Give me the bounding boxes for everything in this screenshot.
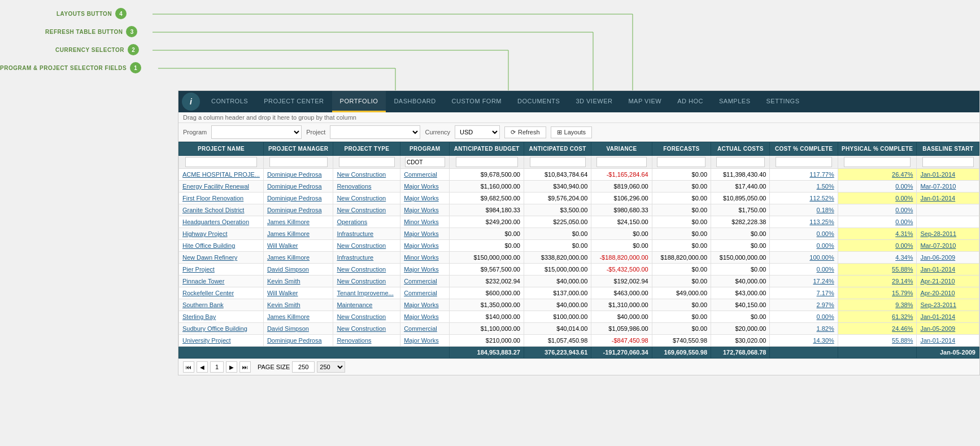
cell-cost-pct[interactable]: 112.52%	[770, 193, 838, 204]
cell-project-name[interactable]: First Floor Renovation	[179, 193, 264, 204]
filter-actual-costs[interactable]	[716, 157, 765, 167]
last-page-button[interactable]: ⏭	[239, 361, 251, 373]
cell-project-manager[interactable]: Dominique Pedrosa	[263, 204, 333, 216]
cell-project-type[interactable]: Operations	[333, 216, 400, 228]
filter-project-manager[interactable]	[269, 157, 328, 167]
cell-cost-pct[interactable]: 14.30%	[770, 335, 838, 347]
cell-project-type[interactable]: Tenant Improveme...	[333, 287, 400, 299]
cell-cost-pct[interactable]: 0.00%	[770, 240, 838, 252]
cell-project-manager[interactable]: Will Walker	[263, 287, 333, 299]
cell-cost-pct[interactable]: 2.97%	[770, 299, 838, 311]
col-project-type[interactable]: PROJECT TYPE	[333, 142, 400, 156]
cell-project-name[interactable]: Energy Facility Renewal	[179, 181, 264, 193]
cell-physical-pct[interactable]: 0.00%	[838, 216, 917, 228]
tab-dashboard[interactable]: DASHBOARD	[386, 91, 443, 112]
col-physical-pct[interactable]: PHYSICAL % COMPLETE	[838, 142, 917, 156]
cell-baseline-start[interactable]: Apr-21-2010	[917, 276, 979, 287]
filter-forecasts[interactable]	[657, 157, 705, 167]
cell-project-name[interactable]: Southern Bank	[179, 299, 264, 311]
cell-project-name[interactable]: Sterling Bay	[179, 311, 264, 323]
cell-physical-pct[interactable]: 9.38%	[838, 299, 917, 311]
cell-project-name[interactable]: Rockefeller Center	[179, 287, 264, 299]
cell-baseline-start[interactable]: Mar-07-2010	[917, 240, 979, 252]
cell-program[interactable]: Commercial	[400, 169, 450, 181]
cell-cost-pct[interactable]: 0.00%	[770, 264, 838, 276]
cell-baseline-start[interactable]: Apr-20-2010	[917, 287, 979, 299]
cell-project-name[interactable]: Granite School District	[179, 204, 264, 216]
cell-project-manager[interactable]: Kevin Smith	[263, 299, 333, 311]
cell-project-manager[interactable]: Dominique Pedrosa	[263, 181, 333, 193]
currency-selector[interactable]: USD	[455, 125, 500, 139]
filter-project-name[interactable]	[185, 157, 257, 167]
cell-project-name[interactable]: Headquarters Operation	[179, 216, 264, 228]
cell-cost-pct[interactable]: 1.50%	[770, 181, 838, 193]
cell-physical-pct[interactable]: 24.46%	[838, 323, 917, 335]
cell-program[interactable]: Major Works	[400, 240, 450, 252]
cell-cost-pct[interactable]: 7.17%	[770, 287, 838, 299]
cell-baseline-start[interactable]	[917, 204, 979, 216]
cell-physical-pct[interactable]: 55.88%	[838, 264, 917, 276]
cell-project-type[interactable]: New Construction	[333, 204, 400, 216]
current-page-input[interactable]	[210, 361, 224, 373]
col-cost-pct[interactable]: COST % COMPLETE	[770, 142, 838, 156]
cell-program[interactable]: Major Works	[400, 311, 450, 323]
cell-physical-pct[interactable]: 55.88%	[838, 335, 917, 347]
cell-cost-pct[interactable]: 0.18%	[770, 204, 838, 216]
col-anticipated-cost[interactable]: ANTICIPATED COST	[524, 142, 591, 156]
cell-project-name[interactable]: Hite Office Building	[179, 240, 264, 252]
cell-baseline-start[interactable]	[917, 216, 979, 228]
cell-project-type[interactable]: Infrastructure	[333, 228, 400, 240]
cell-baseline-start[interactable]: Jan-06-2009	[917, 252, 979, 264]
tab-portfolio[interactable]: PORTFOLIO	[332, 91, 386, 112]
cell-program[interactable]: Major Works	[400, 335, 450, 347]
cell-physical-pct[interactable]: 61.32%	[838, 311, 917, 323]
cell-program[interactable]: Major Works	[400, 181, 450, 193]
cell-project-name[interactable]: Pier Project	[179, 264, 264, 276]
cell-physical-pct[interactable]: 0.00%	[838, 193, 917, 204]
filter-anticipated-cost[interactable]	[530, 157, 586, 167]
cell-program[interactable]: Major Works	[400, 264, 450, 276]
cell-physical-pct[interactable]: 0.00%	[838, 240, 917, 252]
page-size-select[interactable]: 250 100 50	[317, 361, 345, 373]
cell-physical-pct[interactable]: 15.79%	[838, 287, 917, 299]
cell-physical-pct[interactable]: 0.00%	[838, 204, 917, 216]
cell-project-name[interactable]: Pinnacle Tower	[179, 276, 264, 287]
cell-cost-pct[interactable]: 113.25%	[770, 216, 838, 228]
filter-cost-pct[interactable]	[776, 157, 832, 167]
cell-project-type[interactable]: New Construction	[333, 169, 400, 181]
cell-project-name[interactable]: New Dawn Refinery	[179, 252, 264, 264]
cell-baseline-start[interactable]: Sep-23-2011	[917, 299, 979, 311]
cell-project-name[interactable]: Highway Project	[179, 228, 264, 240]
col-project-manager[interactable]: PROJECT MANAGER	[263, 142, 333, 156]
cell-program[interactable]: Commercial	[400, 323, 450, 335]
page-size-input[interactable]	[292, 361, 315, 373]
tab-documents[interactable]: DOCUMENTS	[509, 91, 568, 112]
col-baseline-start[interactable]: BASELINE START	[917, 142, 979, 156]
cell-cost-pct[interactable]: 17.24%	[770, 276, 838, 287]
info-icon[interactable]: i	[182, 93, 200, 111]
cell-physical-pct[interactable]: 4.34%	[838, 252, 917, 264]
cell-project-type[interactable]: New Construction	[333, 311, 400, 323]
first-page-button[interactable]: ⏮	[183, 361, 194, 373]
cell-baseline-start[interactable]: Jan-01-2014	[917, 193, 979, 204]
cell-baseline-start[interactable]: Sep-28-2011	[917, 228, 979, 240]
col-anticipated-budget[interactable]: ANTICIPATED BUDGET	[450, 142, 524, 156]
tab-custom-form[interactable]: CUSTOM FORM	[444, 91, 509, 112]
cell-program[interactable]: Major Works	[400, 228, 450, 240]
prev-page-button[interactable]: ◀	[197, 361, 208, 373]
cell-baseline-start[interactable]: Jan-05-2009	[917, 323, 979, 335]
refresh-button[interactable]: ⟳ Refresh	[504, 126, 546, 138]
cell-physical-pct[interactable]: 29.14%	[838, 276, 917, 287]
cell-program[interactable]: Minor Works	[400, 216, 450, 228]
cell-program[interactable]: Commercial	[400, 287, 450, 299]
cell-project-manager[interactable]: David Simpson	[263, 264, 333, 276]
cell-baseline-start[interactable]: Jan-01-2014	[917, 311, 979, 323]
cell-project-name[interactable]: Sudbury Office Building	[179, 323, 264, 335]
col-program[interactable]: PROGRAM	[400, 142, 450, 156]
cell-physical-pct[interactable]: 0.00%	[838, 181, 917, 193]
filter-variance[interactable]	[596, 157, 646, 167]
cell-physical-pct[interactable]: 4.31%	[838, 228, 917, 240]
cell-project-manager[interactable]: James Killmore	[263, 252, 333, 264]
layouts-button[interactable]: ⊞ Layouts	[551, 126, 593, 138]
cell-project-manager[interactable]: Dominique Pedrosa	[263, 335, 333, 347]
